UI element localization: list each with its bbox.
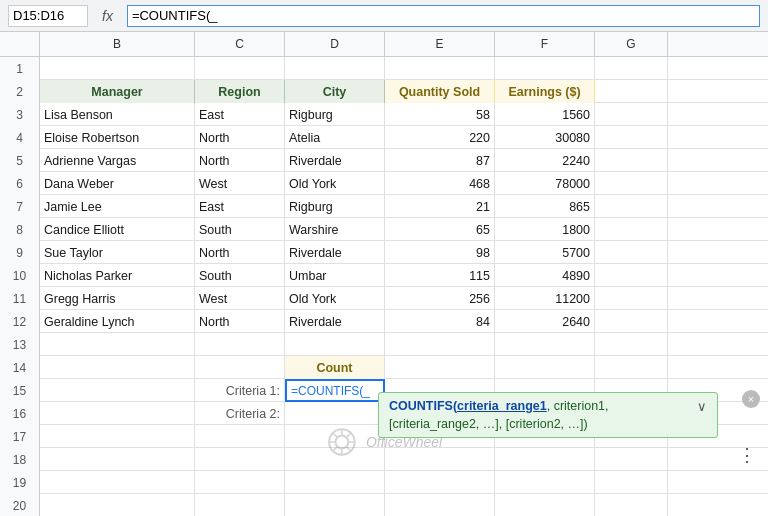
cell-f4[interactable]: 30080 bbox=[495, 126, 595, 149]
cell-g8[interactable] bbox=[595, 218, 668, 241]
cell-g9[interactable] bbox=[595, 241, 668, 264]
cell-c17[interactable] bbox=[195, 425, 285, 448]
cell-f5[interactable]: 2240 bbox=[495, 149, 595, 172]
cell-e12[interactable]: 84 bbox=[385, 310, 495, 333]
cell-e14[interactable] bbox=[385, 356, 495, 379]
cell-b4[interactable]: Eloise Robertson bbox=[40, 126, 195, 149]
cell-f7[interactable]: 865 bbox=[495, 195, 595, 218]
cell-c18[interactable] bbox=[195, 448, 285, 471]
cell-d3[interactable]: Rigburg bbox=[285, 103, 385, 126]
cell-g10[interactable] bbox=[595, 264, 668, 287]
cell-f19[interactable] bbox=[495, 471, 595, 494]
cell-d2[interactable]: City bbox=[285, 80, 385, 103]
cell-c15[interactable]: Criteria 1: bbox=[195, 379, 285, 402]
cell-b13[interactable] bbox=[40, 333, 195, 356]
cell-d7[interactable]: Rigburg bbox=[285, 195, 385, 218]
cell-c14[interactable] bbox=[195, 356, 285, 379]
cell-f18[interactable] bbox=[495, 448, 595, 471]
cell-d4[interactable]: Atelia bbox=[285, 126, 385, 149]
cell-c5[interactable]: North bbox=[195, 149, 285, 172]
cell-b11[interactable]: Gregg Harris bbox=[40, 287, 195, 310]
col-header-g[interactable]: G bbox=[595, 32, 668, 56]
cell-d10[interactable]: Umbar bbox=[285, 264, 385, 287]
cell-b17[interactable] bbox=[40, 425, 195, 448]
col-header-b[interactable]: B bbox=[40, 32, 195, 56]
cell-e13[interactable] bbox=[385, 333, 495, 356]
cell-g7[interactable] bbox=[595, 195, 668, 218]
cell-b16[interactable] bbox=[40, 402, 195, 425]
cell-e8[interactable]: 65 bbox=[385, 218, 495, 241]
cell-e1[interactable] bbox=[385, 57, 495, 80]
cell-c16[interactable]: Criteria 2: bbox=[195, 402, 285, 425]
cell-e19[interactable] bbox=[385, 471, 495, 494]
cell-g11[interactable] bbox=[595, 287, 668, 310]
cell-c20[interactable] bbox=[195, 494, 285, 516]
cell-b20[interactable] bbox=[40, 494, 195, 516]
cell-g4[interactable] bbox=[595, 126, 668, 149]
cell-c10[interactable]: South bbox=[195, 264, 285, 287]
cell-g1[interactable] bbox=[595, 57, 668, 80]
cell-e3[interactable]: 58 bbox=[385, 103, 495, 126]
cell-e2[interactable]: Quantity Sold bbox=[385, 80, 495, 103]
cell-f9[interactable]: 5700 bbox=[495, 241, 595, 264]
cell-d5[interactable]: Riverdale bbox=[285, 149, 385, 172]
cell-d9[interactable]: Riverdale bbox=[285, 241, 385, 264]
cell-g14[interactable] bbox=[595, 356, 668, 379]
cell-f8[interactable]: 1800 bbox=[495, 218, 595, 241]
cell-b7[interactable]: Jamie Lee bbox=[40, 195, 195, 218]
cell-c6[interactable]: West bbox=[195, 172, 285, 195]
cell-f12[interactable]: 2640 bbox=[495, 310, 595, 333]
cell-d1[interactable] bbox=[285, 57, 385, 80]
cell-f10[interactable]: 4890 bbox=[495, 264, 595, 287]
col-header-f[interactable]: F bbox=[495, 32, 595, 56]
cell-c19[interactable] bbox=[195, 471, 285, 494]
cell-b5[interactable]: Adrienne Vargas bbox=[40, 149, 195, 172]
cell-f1[interactable] bbox=[495, 57, 595, 80]
cell-c2[interactable]: Region bbox=[195, 80, 285, 103]
cell-d20[interactable] bbox=[285, 494, 385, 516]
cell-b12[interactable]: Geraldine Lynch bbox=[40, 310, 195, 333]
cell-g5[interactable] bbox=[595, 149, 668, 172]
cell-g20[interactable] bbox=[595, 494, 668, 516]
cell-e11[interactable]: 256 bbox=[385, 287, 495, 310]
cell-b3[interactable]: Lisa Benson bbox=[40, 103, 195, 126]
cell-f3[interactable]: 1560 bbox=[495, 103, 595, 126]
cell-g18[interactable] bbox=[595, 448, 668, 471]
cell-d14[interactable]: Count bbox=[285, 356, 385, 379]
cell-e10[interactable]: 115 bbox=[385, 264, 495, 287]
cell-c9[interactable]: North bbox=[195, 241, 285, 264]
cell-g3[interactable] bbox=[595, 103, 668, 126]
cell-f13[interactable] bbox=[495, 333, 595, 356]
cell-b1[interactable] bbox=[40, 57, 195, 80]
cell-e20[interactable] bbox=[385, 494, 495, 516]
autocomplete-close-button[interactable]: × bbox=[742, 390, 760, 408]
cell-c11[interactable]: West bbox=[195, 287, 285, 310]
cell-d13[interactable] bbox=[285, 333, 385, 356]
cell-b2[interactable]: Manager bbox=[40, 80, 195, 103]
cell-c12[interactable]: North bbox=[195, 310, 285, 333]
cell-g2[interactable] bbox=[595, 80, 668, 103]
cell-c1[interactable] bbox=[195, 57, 285, 80]
cell-g13[interactable] bbox=[595, 333, 668, 356]
cell-d15[interactable]: =COUNTIFS(_ bbox=[285, 379, 385, 402]
cell-g19[interactable] bbox=[595, 471, 668, 494]
cell-f6[interactable]: 78000 bbox=[495, 172, 595, 195]
cell-d16[interactable] bbox=[285, 402, 385, 425]
cell-b18[interactable] bbox=[40, 448, 195, 471]
chevron-down-icon[interactable]: ∨ bbox=[697, 399, 707, 414]
cell-d19[interactable] bbox=[285, 471, 385, 494]
cell-c7[interactable]: East bbox=[195, 195, 285, 218]
cell-b6[interactable]: Dana Weber bbox=[40, 172, 195, 195]
formula-input[interactable]: =COUNTIFS(_ bbox=[127, 5, 760, 27]
cell-g6[interactable] bbox=[595, 172, 668, 195]
cell-f14[interactable] bbox=[495, 356, 595, 379]
cell-d8[interactable]: Warshire bbox=[285, 218, 385, 241]
cell-d6[interactable]: Old York bbox=[285, 172, 385, 195]
cell-d11[interactable]: Old York bbox=[285, 287, 385, 310]
cell-b15[interactable] bbox=[40, 379, 195, 402]
cell-b10[interactable]: Nicholas Parker bbox=[40, 264, 195, 287]
cell-d12[interactable]: Riverdale bbox=[285, 310, 385, 333]
cell-e4[interactable]: 220 bbox=[385, 126, 495, 149]
col-header-e[interactable]: E bbox=[385, 32, 495, 56]
cell-f20[interactable] bbox=[495, 494, 595, 516]
